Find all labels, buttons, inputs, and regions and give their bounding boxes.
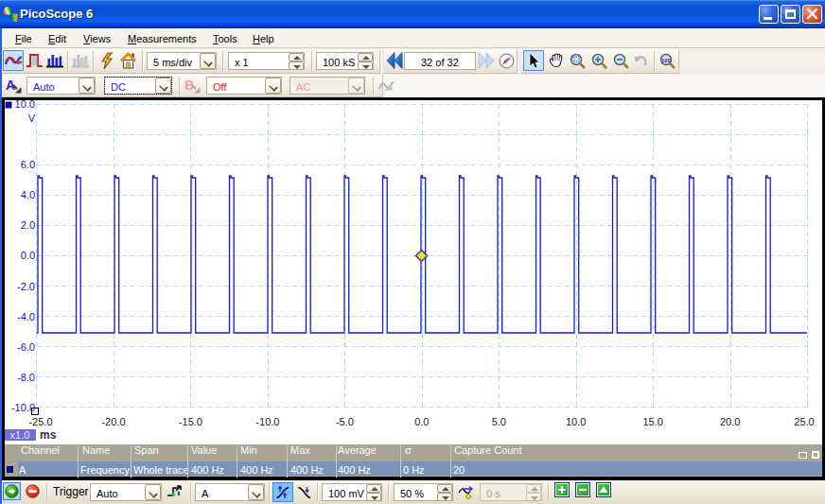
- svg-text:V: V: [28, 113, 36, 124]
- svg-text:-8.0: -8.0: [17, 372, 35, 383]
- svg-text:-25.0: -25.0: [28, 416, 52, 427]
- svg-text:-6.0: -6.0: [17, 341, 35, 353]
- svg-text:10.0: 10.0: [566, 416, 586, 427]
- svg-text:15.0: 15.0: [642, 416, 662, 427]
- svg-text:-4.0: -4.0: [17, 311, 35, 322]
- svg-text:100: 100: [661, 58, 672, 63]
- svg-text:-2.0: -2.0: [17, 281, 35, 292]
- svg-text:-10.0: -10.0: [255, 416, 279, 427]
- svg-text:-15.0: -15.0: [179, 416, 202, 427]
- svg-text:4.0: 4.0: [21, 189, 35, 200]
- svg-text:10.0: 10.0: [15, 100, 35, 110]
- svg-text:25.0: 25.0: [794, 416, 814, 427]
- svg-text:x1.0: x1.0: [10, 429, 30, 441]
- svg-text:20.0: 20.0: [720, 416, 740, 427]
- svg-text:0.0: 0.0: [21, 250, 35, 261]
- svg-text:2.0: 2.0: [21, 219, 35, 231]
- svg-text:-20.0: -20.0: [101, 416, 125, 427]
- svg-text:-10.0: -10.0: [11, 402, 35, 413]
- svg-text:ms: ms: [40, 428, 57, 442]
- svg-text:-5.0: -5.0: [336, 416, 354, 427]
- svg-text:5.0: 5.0: [492, 416, 506, 427]
- svg-text:0.0: 0.0: [414, 416, 429, 427]
- svg-text:6.0: 6.0: [21, 159, 35, 170]
